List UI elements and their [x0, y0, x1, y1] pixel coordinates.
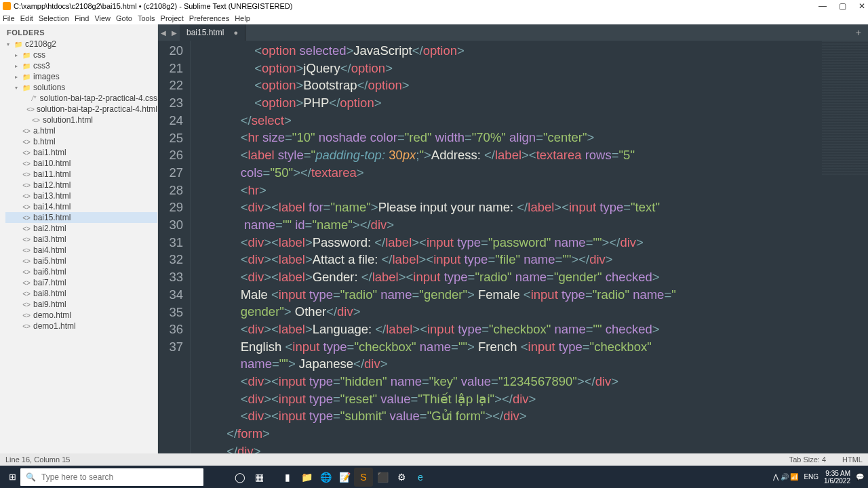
tab-active[interactable]: bai15.html ●	[180, 24, 245, 41]
taskbar-app-icon[interactable]: ▮	[278, 468, 297, 487]
menu-tools[interactable]: Tools	[138, 14, 155, 22]
sidebar-header: FOLDERS	[0, 24, 157, 39]
menu-edit[interactable]: Edit	[20, 14, 33, 22]
maximize-button[interactable]: ▢	[839, 1, 846, 11]
close-button[interactable]: ✕	[859, 1, 865, 11]
menu-help[interactable]: Help	[235, 14, 250, 22]
tab-dirty-icon: ●	[233, 28, 238, 37]
tray-lang[interactable]: ENG	[804, 473, 818, 481]
file-item[interactable]: <>bai5.html	[5, 256, 157, 266]
menu-selection[interactable]: Selection	[39, 14, 69, 22]
code-view[interactable]: 202122232425262728293031323334353637 <op…	[158, 41, 868, 453]
app-icon	[3, 2, 11, 10]
file-item[interactable]: <>bai14.html	[5, 201, 157, 212]
file-item[interactable]: <>b.html	[5, 136, 157, 147]
window-title: C:\xampp\htdocs\c2108g2\bai15.html • (c2…	[14, 2, 292, 10]
file-item[interactable]: <>bai4.html	[5, 245, 157, 256]
search-placeholder: Type here to search	[41, 472, 113, 482]
tab-prev-icon[interactable]: ◀	[158, 29, 169, 37]
search-icon: 🔍	[26, 472, 36, 482]
menu-goto[interactable]: Goto	[116, 14, 132, 22]
file-item[interactable]: <>bai2.html	[5, 223, 157, 234]
tab-label: bai15.html	[186, 28, 224, 37]
editor-area: ◀ ▶ bai15.html ● + 202122232425262728293…	[158, 24, 868, 453]
file-item[interactable]: <>solution1.html	[5, 115, 157, 125]
file-item[interactable]: <>demo1.html	[5, 321, 157, 331]
status-tabsize[interactable]: Tab Size: 4	[789, 455, 826, 464]
file-item[interactable]: /*solution-bai-tap-2-practical-4.css	[5, 93, 157, 104]
start-button[interactable]: ⊞	[4, 469, 20, 485]
file-item[interactable]: <>bai8.html	[5, 288, 157, 299]
file-item[interactable]: <>bai1.html	[5, 147, 157, 158]
taskbar-search[interactable]: 🔍 Type here to search	[20, 468, 203, 486]
status-language[interactable]: HTML	[842, 455, 863, 464]
folder-root[interactable]: ▾📁c2108g2	[5, 39, 157, 49]
menu-find[interactable]: Find	[75, 14, 89, 22]
menu-project[interactable]: Project	[161, 14, 184, 22]
tray-clock[interactable]: 9:35 AM 1/6/2022	[824, 470, 850, 485]
file-item[interactable]: <>demo.html	[5, 310, 157, 321]
file-item[interactable]: <>bai6.html	[5, 266, 157, 277]
file-item[interactable]: <>bai9.html	[5, 299, 157, 310]
file-item[interactable]: <>solution-bai-tap-2-practical-4.html	[5, 104, 157, 115]
taskbar-app-icon[interactable]: 📁	[297, 468, 316, 487]
file-item[interactable]: <>bai12.html	[5, 180, 157, 190]
folder-item[interactable]: ▾📁solutions	[5, 82, 157, 93]
new-tab-button[interactable]: +	[849, 27, 868, 38]
menu-file[interactable]: File	[3, 14, 15, 22]
menu-bar: File Edit Selection Find View Goto Tools…	[0, 12, 868, 24]
tray-notifications-icon[interactable]: 💬	[856, 473, 864, 481]
file-item[interactable]: <>bai10.html	[5, 158, 157, 169]
code-content[interactable]: <option selected>JavaScript</option> <op…	[191, 41, 868, 453]
minimize-button[interactable]: —	[818, 1, 827, 11]
taskbar-app-icon[interactable]: e	[411, 468, 430, 487]
task-cortana-icon[interactable]: ▦	[250, 468, 269, 487]
status-bar: Line 16, Column 15 Tab Size: 4 HTML	[0, 453, 868, 466]
folder-item[interactable]: ▸📁css3	[5, 60, 157, 71]
minimap[interactable]	[822, 41, 868, 176]
file-item[interactable]: <>bai13.html	[5, 190, 157, 201]
menu-view[interactable]: View	[94, 14, 111, 22]
tab-next-icon[interactable]: ▶	[169, 29, 180, 37]
status-position[interactable]: Line 16, Column 15	[5, 455, 70, 464]
file-item[interactable]: <>bai3.html	[5, 234, 157, 245]
taskbar-app-icon[interactable]: ⚙	[392, 468, 411, 487]
menu-preferences[interactable]: Preferences	[189, 14, 229, 22]
file-item[interactable]: <>bai15.html	[5, 212, 157, 223]
file-item[interactable]: <>a.html	[5, 125, 157, 136]
file-item[interactable]: <>bai11.html	[5, 169, 157, 180]
system-tray: ⋀ 🔊 📶 ENG 9:35 AM 1/6/2022 💬	[773, 470, 864, 485]
tray-icons[interactable]: ⋀ 🔊 📶	[773, 473, 799, 481]
tab-bar: ◀ ▶ bai15.html ● +	[158, 24, 868, 41]
taskbar-app-icon[interactable]: 🌐	[316, 468, 335, 487]
folder-item[interactable]: ▸📁css	[5, 49, 157, 60]
taskbar-app-icon[interactable]: 📝	[335, 468, 354, 487]
task-view-icon[interactable]: ◯	[231, 468, 250, 487]
sidebar: FOLDERS ▾📁c2108g2 ▸📁css ▸📁css3 ▸📁images …	[0, 24, 158, 453]
file-item[interactable]: <>bai7.html	[5, 277, 157, 288]
folder-item[interactable]: ▸📁images	[5, 71, 157, 82]
windows-taskbar: ⊞ 🔍 Type here to search ◯ ▦ ▮ 📁 🌐 📝 S ⬛ …	[0, 466, 868, 488]
taskbar-app-icon[interactable]: S	[354, 468, 373, 487]
window-titlebar: C:\xampp\htdocs\c2108g2\bai15.html • (c2…	[0, 0, 868, 12]
line-gutter: 202122232425262728293031323334353637	[158, 41, 191, 453]
file-tree: ▾📁c2108g2 ▸📁css ▸📁css3 ▸📁images ▾📁soluti…	[0, 39, 157, 331]
taskbar-app-icon[interactable]: ⬛	[373, 468, 392, 487]
